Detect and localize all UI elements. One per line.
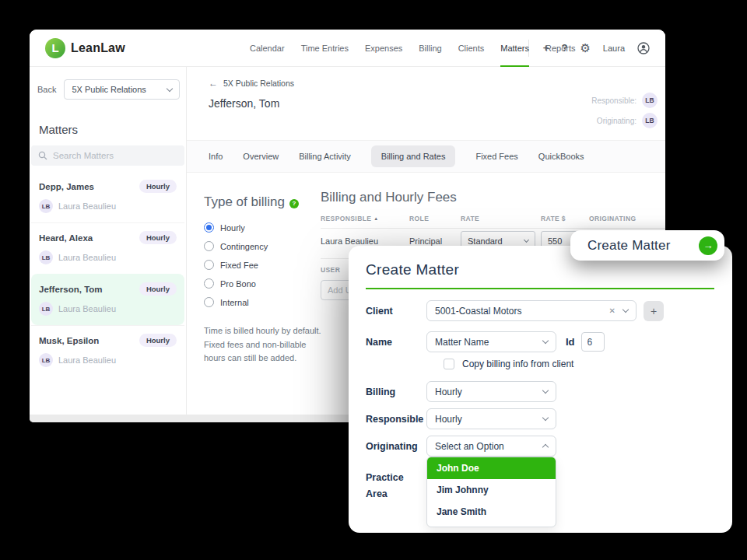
responsible-label: Responsible (366, 414, 426, 425)
tab-billing-activity[interactable]: Billing Activity (299, 152, 351, 161)
nav-calendar[interactable]: Calendar (250, 30, 285, 67)
nav-billing[interactable]: Billing (419, 30, 441, 67)
sidebar-title: Matters (39, 123, 186, 136)
radio-label: Pro Bono (220, 279, 256, 289)
dropdown-option-jane-smith[interactable]: Jane Smith (427, 501, 556, 523)
chevron-down-icon (622, 306, 629, 313)
tab-overview[interactable]: Overview (243, 152, 279, 161)
create-matter-callout[interactable]: Create Matter → (570, 230, 724, 261)
client-select-controls: ✕ (609, 306, 628, 315)
matter-item-jefferson-tom[interactable]: Jefferson, Tom Hourly LB Laura Beaulieu (31, 274, 184, 325)
column-header-text: Responsible (321, 215, 371, 222)
forward-arrow-icon[interactable]: → (699, 236, 717, 255)
type-of-billing-title-text: Type of billing (204, 194, 285, 210)
column-header-responsible[interactable]: Responsible▲ (321, 215, 379, 222)
radio-internal[interactable]: Internal (204, 297, 322, 307)
avatar: LB (39, 250, 53, 264)
matter-owner-row: LB Laura Beaulieu (39, 353, 177, 367)
sort-asc-icon: ▲ (374, 216, 378, 221)
cell-role: Principal (409, 236, 442, 246)
column-header-user: User (321, 266, 340, 274)
nav-reports[interactable]: Reports (545, 30, 576, 67)
column-header-rate: Rate (461, 215, 479, 222)
radio-label: Internal (220, 298, 249, 307)
practice-area-label: Practice Area (366, 470, 420, 503)
nav-matters[interactable]: Matters (500, 30, 529, 67)
id-label: Id (566, 336, 575, 348)
radio-label: Fixed Fee (220, 261, 258, 270)
breadcrumb[interactable]: ← 5X Public Relations (209, 78, 294, 89)
user-name[interactable]: Laura (603, 44, 625, 53)
search-matters-input[interactable] (53, 151, 177, 160)
clear-icon[interactable]: ✕ (609, 306, 615, 315)
chevron-down-icon (524, 237, 529, 243)
chevron-down-icon (542, 387, 549, 394)
chevron-down-icon (542, 338, 549, 344)
brand-name: LeanLaw (71, 41, 125, 55)
gear-icon[interactable]: ⚙ (580, 42, 590, 54)
avatar: LB (39, 353, 53, 367)
column-header-rate-amount: Rate $ (541, 215, 566, 222)
avatar: LB (39, 302, 53, 316)
matter-name: Heard, Alexa (39, 233, 93, 243)
billing-type-badge: Hourly (139, 180, 177, 193)
client-workspace-select[interactable]: 5X Public Relations (64, 79, 180, 100)
matter-item-row: Heard, Alexa Hourly (39, 231, 177, 244)
dropdown-option-john-doe[interactable]: John Doe (427, 457, 556, 479)
back-arrow-icon: ← (209, 78, 218, 89)
name-label: Name (366, 337, 426, 348)
tab-billing-and-rates[interactable]: Billing and Rates (371, 145, 456, 167)
matter-item-musk-epsilon[interactable]: Musk, Epsilon Hourly LB Laura Beaulieu (31, 325, 184, 376)
billing-fees-title: Billing and Hourly Fees (321, 190, 665, 205)
help-icon[interactable]: ? (289, 199, 299, 208)
billing-note: Time is billed hourly by default. Fixed … (204, 324, 322, 366)
tab-quickbooks[interactable]: QuickBooks (538, 152, 584, 161)
matter-name: Musk, Epsilon (39, 336, 99, 345)
matter-owner: Laura Beaulieu (58, 355, 116, 365)
originating-dropdown-list: John Doe Jim Johnny Jane Smith (426, 457, 556, 527)
type-of-billing-section: Type of billing ? Hourly Contingency Fix… (204, 194, 322, 366)
id-input[interactable] (581, 332, 605, 352)
nav-time-entries[interactable]: Time Entries (301, 30, 349, 67)
callout-label: Create Matter (587, 238, 671, 254)
radio-button-icon (204, 260, 214, 270)
client-select[interactable]: 5001-Coastal Motors ✕ (426, 300, 637, 321)
dropdown-option-jim-johnny[interactable]: Jim Johnny (427, 479, 556, 501)
nav-expenses[interactable]: Expenses (365, 30, 402, 67)
responsible-select[interactable]: Hourly (426, 408, 556, 429)
tab-fixed-fees[interactable]: Fixed Fees (475, 152, 517, 161)
billing-field-row: Billing Hourly (366, 381, 556, 402)
radio-hourly[interactable]: Hourly (204, 222, 322, 233)
tab-info[interactable]: Info (209, 152, 223, 161)
back-button[interactable]: Back (37, 85, 56, 94)
matter-item-heard-alexa[interactable]: Heard, Alexa Hourly LB Laura Beaulieu (31, 222, 184, 274)
billing-type-radio-group: Hourly Contingency Fixed Fee Pro Bono In… (204, 222, 322, 307)
matters-sidebar: Back 5X Public Relations Matters Depp, J… (30, 67, 187, 415)
matter-tabs: Info Overview Billing Activity Billing a… (187, 140, 665, 173)
radio-pro-bono[interactable]: Pro Bono (204, 278, 322, 289)
nav-clients[interactable]: Clients (458, 30, 485, 67)
chevron-up-icon (542, 444, 549, 450)
owner-badges: Responsible: LB Originating: LB (591, 93, 658, 128)
radio-button-icon (204, 241, 214, 251)
matter-item-depp-james[interactable]: Depp, James Hourly LB Laura Beaulieu (31, 172, 184, 222)
avatar: LB (642, 93, 658, 108)
responsible-label: Responsible: (591, 96, 637, 105)
billing-select[interactable]: Hourly (426, 381, 556, 402)
originating-select[interactable]: Select an Option (426, 436, 556, 457)
copy-billing-checkbox-row[interactable]: Copy billing info from client (444, 359, 573, 369)
user-avatar-icon[interactable] (637, 42, 650, 54)
top-nav-items: Calendar Time Entries Expenses Billing C… (250, 30, 575, 67)
billing-label: Billing (366, 387, 426, 397)
responsible-row: Responsible: LB (591, 93, 658, 108)
radio-contingency[interactable]: Contingency (204, 241, 322, 251)
checkbox-label: Copy billing info from client (462, 359, 573, 369)
matter-name-select[interactable]: Matter Name (426, 331, 556, 352)
radio-fixed-fee[interactable]: Fixed Fee (204, 260, 322, 270)
radio-label: Hourly (220, 223, 245, 233)
workspace-select-value: 5X Public Relations (72, 85, 146, 94)
search-icon (38, 151, 47, 160)
matter-item-row: Musk, Epsilon Hourly (39, 334, 177, 347)
add-client-button[interactable]: + (644, 301, 664, 321)
leanlaw-logo[interactable]: L LeanLaw (45, 38, 125, 58)
